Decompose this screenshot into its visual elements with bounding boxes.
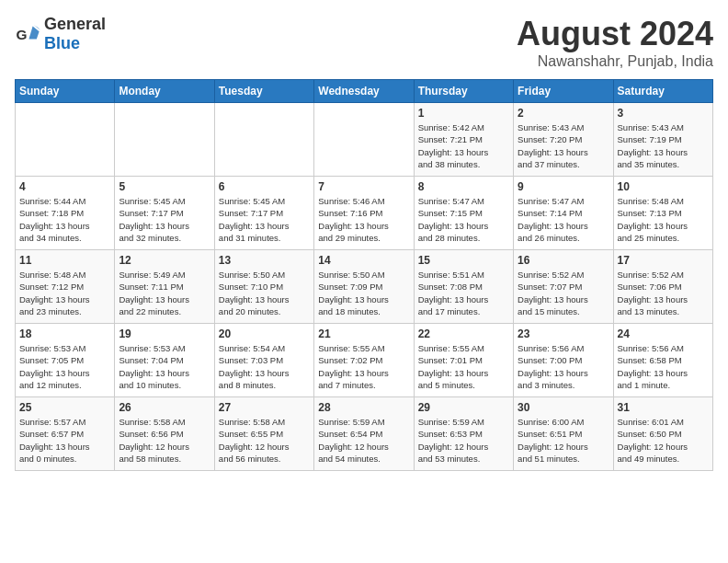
day-detail: Sunrise: 5:59 AMSunset: 6:53 PMDaylight:… [418,416,509,465]
day-number: 31 [618,401,709,414]
day-number: 23 [518,327,609,340]
day-cell-27: 27Sunrise: 5:58 AMSunset: 6:55 PMDayligh… [214,397,313,471]
day-cell-18: 18Sunrise: 5:53 AMSunset: 7:05 PMDayligh… [16,324,115,397]
day-cell-5: 5Sunrise: 5:45 AMSunset: 7:17 PMDaylight… [115,177,214,250]
day-cell-9: 9Sunrise: 5:47 AMSunset: 7:14 PMDaylight… [514,177,613,250]
day-number: 4 [19,180,110,193]
day-number: 11 [19,254,110,267]
day-number: 22 [418,327,509,340]
header: G General Blue August 2024 Nawanshahr, P… [15,15,713,70]
title-section: August 2024 Nawanshahr, Punjab, India [517,15,713,70]
day-detail: Sunrise: 5:45 AMSunset: 7:17 PMDaylight:… [219,195,310,244]
day-cell-23: 23Sunrise: 5:56 AMSunset: 7:00 PMDayligh… [514,324,613,397]
day-number: 14 [318,254,409,267]
day-cell-22: 22Sunrise: 5:55 AMSunset: 7:01 PMDayligh… [414,324,513,397]
day-number: 20 [219,327,310,340]
day-detail: Sunrise: 5:47 AMSunset: 7:15 PMDaylight:… [418,195,509,244]
day-detail: Sunrise: 5:58 AMSunset: 6:55 PMDaylight:… [219,416,310,465]
weekday-header-row: SundayMondayTuesdayWednesdayThursdayFrid… [16,80,713,103]
day-detail: Sunrise: 5:50 AMSunset: 7:10 PMDaylight:… [219,269,310,317]
logo-text-general: General [44,15,106,33]
day-number: 10 [618,180,709,193]
day-detail: Sunrise: 5:44 AMSunset: 7:18 PMDaylight:… [19,195,110,244]
day-detail: Sunrise: 5:57 AMSunset: 6:57 PMDaylight:… [19,416,110,465]
day-cell-25: 25Sunrise: 5:57 AMSunset: 6:57 PMDayligh… [16,397,115,471]
day-cell-19: 19Sunrise: 5:53 AMSunset: 7:04 PMDayligh… [115,324,214,397]
day-detail: Sunrise: 5:52 AMSunset: 7:07 PMDaylight:… [518,269,609,317]
weekday-header-monday: Monday [115,80,214,103]
day-detail: Sunrise: 5:55 AMSunset: 7:02 PMDaylight:… [318,342,409,391]
week-row-3: 11Sunrise: 5:48 AMSunset: 7:12 PMDayligh… [16,250,713,324]
day-cell-12: 12Sunrise: 5:49 AMSunset: 7:11 PMDayligh… [115,250,214,324]
day-number: 21 [318,327,409,340]
day-detail: Sunrise: 6:01 AMSunset: 6:50 PMDaylight:… [618,416,709,465]
week-row-5: 25Sunrise: 5:57 AMSunset: 6:57 PMDayligh… [16,397,713,471]
calendar-table: SundayMondayTuesdayWednesdayThursdayFrid… [15,79,713,471]
day-cell-20: 20Sunrise: 5:54 AMSunset: 7:03 PMDayligh… [214,324,313,397]
logo: G General Blue [15,15,106,53]
weekday-header-thursday: Thursday [414,80,513,103]
weekday-header-saturday: Saturday [613,80,712,103]
day-cell-empty [115,103,214,177]
day-detail: Sunrise: 5:59 AMSunset: 6:54 PMDaylight:… [318,416,409,465]
day-detail: Sunrise: 5:56 AMSunset: 7:00 PMDaylight:… [518,342,609,391]
day-cell-30: 30Sunrise: 6:00 AMSunset: 6:51 PMDayligh… [514,397,613,471]
weekday-header-tuesday: Tuesday [214,80,313,103]
day-detail: Sunrise: 5:43 AMSunset: 7:20 PMDaylight:… [518,121,609,170]
day-detail: Sunrise: 5:55 AMSunset: 7:01 PMDaylight:… [418,342,509,391]
day-number: 16 [518,254,609,267]
day-detail: Sunrise: 5:43 AMSunset: 7:19 PMDaylight:… [618,121,709,170]
day-cell-empty [314,103,414,177]
day-detail: Sunrise: 5:58 AMSunset: 6:56 PMDaylight:… [119,416,210,465]
day-cell-14: 14Sunrise: 5:50 AMSunset: 7:09 PMDayligh… [314,250,414,324]
day-cell-1: 1Sunrise: 5:42 AMSunset: 7:21 PMDaylight… [414,103,513,177]
day-number: 3 [618,107,709,120]
day-number: 13 [219,254,310,267]
day-number: 1 [418,107,509,120]
week-row-4: 18Sunrise: 5:53 AMSunset: 7:05 PMDayligh… [16,324,713,397]
day-detail: Sunrise: 5:48 AMSunset: 7:12 PMDaylight:… [19,269,110,317]
week-row-1: 1Sunrise: 5:42 AMSunset: 7:21 PMDaylight… [16,103,713,177]
day-number: 27 [219,401,310,414]
day-number: 9 [518,180,609,193]
weekday-header-sunday: Sunday [16,80,115,103]
day-cell-7: 7Sunrise: 5:46 AMSunset: 7:16 PMDaylight… [314,177,414,250]
day-number: 12 [119,254,210,267]
day-number: 25 [19,401,110,414]
day-number: 6 [219,180,310,193]
day-number: 26 [119,401,210,414]
day-cell-empty [214,103,313,177]
day-cell-24: 24Sunrise: 5:56 AMSunset: 6:58 PMDayligh… [613,324,712,397]
day-number: 15 [418,254,509,267]
day-detail: Sunrise: 6:00 AMSunset: 6:51 PMDaylight:… [518,416,609,465]
weekday-header-friday: Friday [514,80,613,103]
day-cell-8: 8Sunrise: 5:47 AMSunset: 7:15 PMDaylight… [414,177,513,250]
day-number: 17 [618,254,709,267]
weekday-header-wednesday: Wednesday [314,80,414,103]
day-detail: Sunrise: 5:42 AMSunset: 7:21 PMDaylight:… [418,121,509,170]
day-cell-31: 31Sunrise: 6:01 AMSunset: 6:50 PMDayligh… [613,397,712,471]
day-cell-26: 26Sunrise: 5:58 AMSunset: 6:56 PMDayligh… [115,397,214,471]
day-detail: Sunrise: 5:52 AMSunset: 7:06 PMDaylight:… [618,269,709,317]
day-detail: Sunrise: 5:47 AMSunset: 7:14 PMDaylight:… [518,195,609,244]
day-cell-28: 28Sunrise: 5:59 AMSunset: 6:54 PMDayligh… [314,397,414,471]
logo-icon: G [15,21,40,47]
day-detail: Sunrise: 5:50 AMSunset: 7:09 PMDaylight:… [318,269,409,317]
day-detail: Sunrise: 5:46 AMSunset: 7:16 PMDaylight:… [318,195,409,244]
day-cell-2: 2Sunrise: 5:43 AMSunset: 7:20 PMDaylight… [514,103,613,177]
day-cell-10: 10Sunrise: 5:48 AMSunset: 7:13 PMDayligh… [613,177,712,250]
day-number: 8 [418,180,509,193]
main-title: August 2024 [517,15,713,53]
day-cell-16: 16Sunrise: 5:52 AMSunset: 7:07 PMDayligh… [514,250,613,324]
day-cell-6: 6Sunrise: 5:45 AMSunset: 7:17 PMDaylight… [214,177,313,250]
day-detail: Sunrise: 5:53 AMSunset: 7:04 PMDaylight:… [119,342,210,391]
day-number: 5 [119,180,210,193]
day-cell-17: 17Sunrise: 5:52 AMSunset: 7:06 PMDayligh… [613,250,712,324]
day-number: 18 [19,327,110,340]
day-number: 2 [518,107,609,120]
day-number: 30 [518,401,609,414]
day-cell-3: 3Sunrise: 5:43 AMSunset: 7:19 PMDaylight… [613,103,712,177]
day-number: 24 [618,327,709,340]
day-detail: Sunrise: 5:49 AMSunset: 7:11 PMDaylight:… [119,269,210,317]
day-cell-empty [16,103,115,177]
